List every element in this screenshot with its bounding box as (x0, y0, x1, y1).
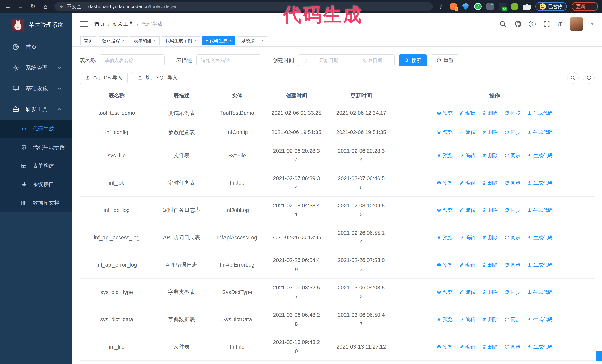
tab-close-icon[interactable]: × (154, 38, 156, 43)
row-action-download[interactable]: 生成代码 (527, 129, 553, 135)
extension-icon[interactable] (462, 3, 469, 10)
view-tab-系统接口[interactable]: 系统接口 × (238, 36, 267, 45)
view-tab-首页[interactable]: 首页 (80, 36, 96, 45)
row-action-download[interactable]: 生成代码 (527, 289, 553, 295)
user-avatar[interactable] (570, 17, 583, 31)
create-time-range-picker[interactable]: 开始日期 - 结束日期 (298, 54, 395, 66)
row-action-edit[interactable]: 编辑 (459, 207, 475, 213)
address-bar[interactable]: ⚠ 不安全 dashboard.yudao.iocoder.cn/tool/co… (54, 2, 433, 11)
row-action-trash[interactable]: 删除 (482, 152, 498, 159)
row-action-edit[interactable]: 编辑 (459, 234, 475, 241)
row-action-eye[interactable]: 预览 (437, 207, 452, 213)
row-action-trash[interactable]: 删除 (482, 129, 498, 135)
reload-icon[interactable]: ↻ (29, 3, 37, 10)
font-size-icon[interactable]: tT (558, 21, 562, 27)
extension-icon[interactable]: 1 (450, 3, 457, 10)
tab-close-icon[interactable]: × (261, 38, 264, 43)
table-name-input[interactable] (100, 54, 165, 66)
logo[interactable]: 芋道管理系统 (0, 13, 72, 37)
docs-help-icon[interactable]: ? (529, 21, 536, 27)
row-action-sync[interactable]: 同步 (504, 110, 520, 116)
row-action-trash[interactable]: 删除 (482, 344, 498, 350)
view-tab-链路追踪[interactable]: 链路追踪 × (98, 36, 128, 45)
github-icon[interactable] (514, 20, 521, 28)
row-action-eye[interactable]: 预览 (437, 180, 452, 186)
row-action-sync[interactable]: 同步 (504, 180, 520, 186)
row-action-download[interactable]: 生成代码 (527, 234, 553, 241)
import-sql-button[interactable]: 基于 SQL 导入 (132, 72, 183, 84)
row-action-edit[interactable]: 编辑 (459, 344, 475, 350)
sidebar-subitem-数据库文档[interactable]: 数据库文档 (0, 194, 72, 212)
reset-button[interactable]: 重置 (431, 54, 459, 66)
view-tab-表单构建[interactable]: 表单构建 × (130, 36, 160, 45)
row-action-trash[interactable]: 删除 (482, 110, 498, 116)
tab-close-icon[interactable]: × (122, 38, 124, 43)
row-action-download[interactable]: 生成代码 (527, 207, 553, 213)
row-action-eye[interactable]: 预览 (437, 289, 452, 295)
breadcrumb-item[interactable]: 首页 (95, 21, 105, 28)
row-action-download[interactable]: 生成代码 (527, 152, 553, 159)
puzzle-extensions-icon[interactable] (523, 3, 530, 10)
fullscreen-icon[interactable] (543, 20, 550, 28)
row-action-edit[interactable]: 编辑 (459, 180, 475, 186)
row-action-eye[interactable]: 预览 (437, 262, 452, 268)
tab-close-icon[interactable]: × (194, 38, 197, 43)
row-action-sync[interactable]: 同步 (504, 262, 520, 268)
extension-icon[interactable] (486, 3, 494, 10)
sidebar-subitem-表单构建[interactable]: 表单构建 (0, 157, 72, 175)
sidebar-item-首页[interactable]: 首页 (0, 37, 72, 57)
refresh-table-button[interactable] (583, 72, 595, 83)
row-action-sync[interactable]: 同步 (504, 316, 520, 323)
row-action-sync[interactable]: 同步 (504, 152, 520, 159)
row-action-edit[interactable]: 编辑 (459, 289, 475, 295)
table-desc-input[interactable] (196, 54, 261, 66)
row-action-edit[interactable]: 编辑 (459, 129, 475, 135)
row-action-sync[interactable]: 同步 (504, 289, 520, 295)
row-action-eye[interactable]: 预览 (437, 110, 452, 116)
chrome-update-button[interactable]: 更新 ⋮ (572, 2, 598, 11)
sidebar-subitem-系统接口[interactable]: 系统接口 (0, 175, 72, 194)
row-action-trash[interactable]: 删除 (482, 262, 498, 268)
floating-corner-button[interactable] (596, 351, 602, 361)
row-action-eye[interactable]: 预览 (437, 152, 452, 159)
row-action-edit[interactable]: 编辑 (459, 316, 475, 323)
row-action-download[interactable]: 生成代码 (527, 180, 553, 186)
tab-close-icon[interactable]: × (230, 38, 232, 43)
row-action-download[interactable]: 生成代码 (527, 110, 553, 116)
row-action-eye[interactable]: 预览 (437, 316, 452, 323)
row-action-trash[interactable]: 删除 (482, 234, 498, 241)
forward-icon[interactable]: → (17, 3, 24, 10)
row-action-eye[interactable]: 预览 (437, 344, 452, 350)
extension-icon[interactable]: on (499, 3, 506, 10)
extension-icon[interactable]: ✓ (474, 3, 482, 10)
import-db-button[interactable]: 基于 DB 导入 (80, 72, 128, 84)
sidebar-subitem-代码生成示例[interactable]: 代码生成示例 (0, 138, 72, 157)
profile-paused-badge[interactable]: 已暂停 (535, 2, 567, 11)
row-action-download[interactable]: 生成代码 (527, 316, 553, 323)
sidebar-item-基础设施[interactable]: 基础设施 (0, 78, 72, 99)
home-icon[interactable]: ⌂ (42, 3, 49, 10)
breadcrumb-item[interactable]: 研发工具 (113, 21, 134, 28)
row-action-sync[interactable]: 同步 (504, 234, 520, 241)
view-tab-代码生成[interactable]: 代码生成 × (203, 36, 236, 45)
row-action-sync[interactable]: 同步 (504, 207, 520, 213)
row-action-eye[interactable]: 预览 (437, 129, 452, 135)
row-action-edit[interactable]: 编辑 (459, 262, 475, 268)
row-action-sync[interactable]: 同步 (504, 344, 520, 350)
bookmark-star-icon[interactable]: ☆ (439, 3, 445, 10)
row-action-download[interactable]: 生成代码 (527, 344, 553, 350)
search-icon[interactable] (499, 20, 507, 28)
extension-icon[interactable] (511, 3, 518, 10)
row-action-trash[interactable]: 删除 (482, 316, 498, 323)
row-action-trash[interactable]: 删除 (482, 207, 498, 213)
row-action-edit[interactable]: 编辑 (459, 152, 475, 159)
row-action-download[interactable]: 生成代码 (527, 262, 553, 268)
hamburger-icon[interactable] (80, 21, 88, 27)
toggle-search-button[interactable] (567, 72, 579, 83)
row-action-eye[interactable]: 预览 (437, 234, 452, 241)
row-action-sync[interactable]: 同步 (504, 129, 520, 135)
user-menu-caret-icon[interactable] (591, 23, 594, 25)
sidebar-item-系统管理[interactable]: 系统管理 (0, 57, 72, 78)
sidebar-item-研发工具[interactable]: 研发工具 (0, 99, 72, 120)
search-button[interactable]: 搜索 (399, 54, 427, 66)
